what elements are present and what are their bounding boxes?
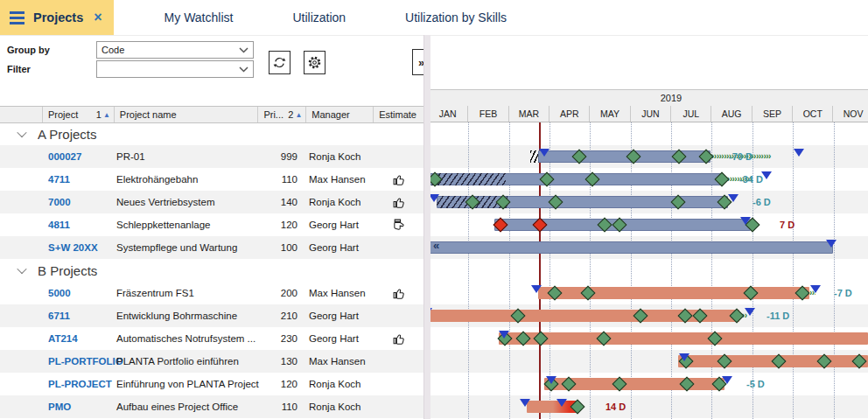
project-code[interactable]: S+W 20XX: [42, 242, 114, 253]
panel-splitter[interactable]: [424, 35, 430, 419]
month-gridline: [631, 122, 632, 419]
month-jan: JAN: [428, 106, 468, 122]
priority-value: 130: [258, 356, 306, 367]
project-code[interactable]: PL-PROJECT: [42, 379, 114, 389]
date-triangle-icon: [679, 353, 690, 361]
month-sep: SEP: [752, 106, 793, 122]
today-line: [539, 122, 541, 419]
chevron-down-icon[interactable]: [17, 128, 26, 137]
project-code[interactable]: 000027: [42, 151, 114, 162]
priority-value: 200: [258, 288, 306, 298]
month-jun: JUN: [631, 106, 671, 122]
filter-select[interactable]: [96, 60, 254, 78]
project-name: Fräszentrum FS1: [114, 288, 258, 298]
sort-asc-icon: ▲: [295, 111, 305, 119]
column-header-project-name[interactable]: Project name: [115, 107, 259, 122]
project-code[interactable]: AT214: [42, 333, 114, 344]
gantt-month-header: JANFEBMARAPRMAYJUNJULAUGSEPOCTNOV: [428, 106, 868, 122]
sync-button[interactable]: [269, 51, 290, 74]
priority-value: 210: [258, 311, 306, 321]
gantt-year-header: 2019: [426, 89, 868, 107]
project-code[interactable]: 4711: [42, 174, 114, 185]
project-name: Einführung von PLANTA Project: [114, 379, 258, 389]
priority-value: 120: [258, 379, 306, 389]
project-code[interactable]: 6711: [42, 311, 114, 321]
group-row-b-projects[interactable]: B Projects: [0, 259, 424, 282]
buffer-arrows-icon: ››››››››››››››››››››››››: [711, 151, 795, 163]
gear-icon: [307, 55, 322, 70]
project-code[interactable]: 7000: [42, 197, 114, 207]
project-code[interactable]: PMO: [42, 402, 114, 412]
estimate-cell: [374, 195, 424, 210]
buffer-label: -6 D: [752, 196, 771, 208]
table-row-7000[interactable]: 7000Neues Vertriebsystem140Ronja Koch: [0, 191, 424, 213]
group-by-select[interactable]: Code: [96, 41, 254, 59]
gantt-bar-5000[interactable]: [538, 287, 809, 299]
month-jul: JUL: [671, 106, 711, 122]
month-gridline: [752, 122, 753, 419]
chevron-down-icon: [239, 66, 248, 73]
collapse-left-icon[interactable]: «: [433, 239, 439, 253]
buffer-label: -7 D: [834, 287, 852, 299]
month-oct: OCT: [793, 106, 833, 122]
close-tab-icon[interactable]: ×: [94, 10, 102, 25]
settings-button[interactable]: [304, 51, 326, 74]
column-label: Estimate: [379, 109, 416, 120]
column-header-pri[interactable]: Pri...2▲: [258, 107, 306, 122]
project-code[interactable]: PL-PORTFOLIO: [42, 356, 114, 367]
table-row-4711[interactable]: 4711Elektrohängebahn110Max Hansen: [0, 168, 424, 191]
estimate-cell: [374, 286, 424, 301]
table-row-s-w-20xx[interactable]: S+W 20XXSystempflege und Wartung100Georg…: [0, 236, 424, 259]
project-name: Aufbau eines Project Office: [114, 402, 258, 412]
group-row-a-projects[interactable]: A Projects: [0, 122, 424, 145]
date-triangle-icon: [539, 149, 550, 157]
manager-name: Max Hansen: [306, 356, 374, 367]
gantt-bar-at214[interactable]: [499, 332, 868, 345]
table-row-000027[interactable]: 000027PR-01999Ronja Koch: [0, 145, 424, 168]
buffer-label: -11 D: [766, 310, 789, 322]
tab-utilization[interactable]: Utilization: [284, 0, 354, 35]
manager-name: Georg Hart: [306, 333, 374, 344]
month-feb: FEB: [468, 106, 508, 122]
table-row-4811[interactable]: 4811Schleppkettenanlage120Georg Hart: [0, 213, 424, 236]
tab-my-watchlist[interactable]: My Watchlist: [156, 0, 242, 35]
date-triangle-icon: [728, 194, 738, 202]
thumbs-neutral-icon: [392, 218, 407, 233]
column-header-manager[interactable]: Manager: [306, 107, 374, 122]
gantt-bar-s-w-20xx[interactable]: [428, 241, 833, 254]
filter-label: Filter: [7, 64, 31, 74]
priority-value: 110: [258, 402, 306, 412]
sort-asc-icon: ▲: [103, 111, 114, 119]
project-name: Neues Vertriebsystem: [114, 197, 258, 207]
column-label: Project name: [120, 109, 177, 120]
month-aug: AUG: [711, 106, 752, 122]
tab-utilization-by-skills[interactable]: Utilization by Skills: [396, 0, 515, 35]
project-table: A Projects000027PR-01999Ronja Koch4711El…: [0, 122, 424, 418]
date-triangle-icon: [826, 240, 836, 248]
table-row-at214[interactable]: AT214Automatisches Notrufsystem ...230Ge…: [0, 327, 424, 350]
date-triangle-icon: [810, 285, 821, 293]
project-code[interactable]: 5000: [42, 288, 114, 298]
table-row-pl-project[interactable]: PL-PROJECTEinführung von PLANTA Project1…: [0, 373, 424, 395]
group-by-value: Code: [102, 45, 124, 55]
group-by-label: Group by: [7, 45, 50, 55]
menu-icon[interactable]: [10, 11, 24, 24]
table-row-6711[interactable]: 6711Entwicklung Bohrmaschine210Georg Har…: [0, 304, 424, 327]
sync-icon: [272, 55, 287, 70]
manager-name: Max Hansen: [306, 288, 374, 298]
date-triangle-icon: [740, 217, 751, 225]
chevron-down-icon[interactable]: [17, 264, 26, 274]
table-row-pl-portfolio[interactable]: PL-PORTFOLIOPLANTA Portfolio einführen13…: [0, 350, 424, 373]
tab-bar: Projects × My WatchlistUtilizationUtiliz…: [0, 0, 868, 36]
tab-projects[interactable]: Projects ×: [0, 0, 114, 35]
column-header-estimate[interactable]: Estimate: [374, 107, 424, 122]
column-label: Manager: [312, 109, 349, 120]
project-code[interactable]: 4811: [42, 220, 114, 230]
priority-value: 100: [258, 242, 306, 253]
priority-value: 140: [258, 197, 306, 207]
sort-order-number: 2: [288, 109, 295, 120]
table-row-5000[interactable]: 5000Fräszentrum FS1200Max Hansen: [0, 282, 424, 304]
thumbs-up-icon: [392, 195, 407, 210]
table-row-pmo[interactable]: PMOAufbau eines Project Office110Ronja K…: [0, 395, 424, 418]
column-header-project[interactable]: Project1▲: [43, 107, 115, 122]
